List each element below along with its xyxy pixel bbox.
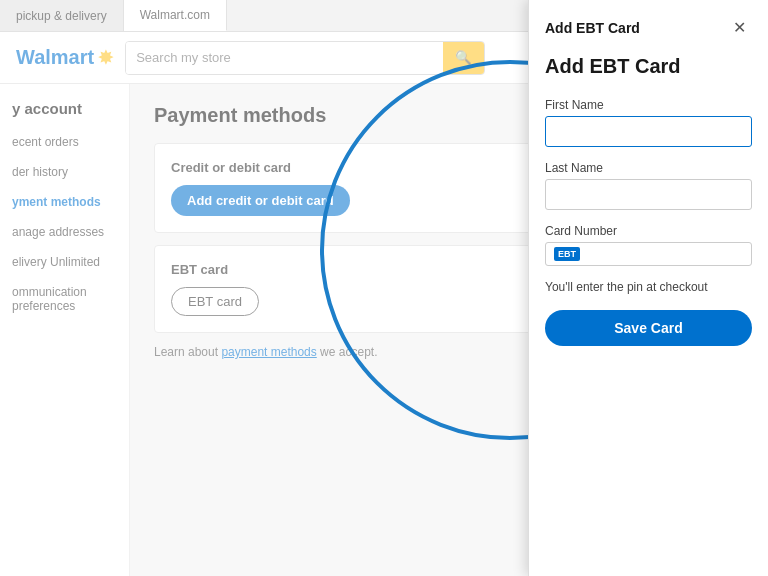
save-card-button[interactable]: Save Card <box>545 310 752 346</box>
last-name-input[interactable] <box>545 179 752 210</box>
ebt-badge: EBT <box>554 247 580 261</box>
card-number-label: Card Number <box>545 224 752 238</box>
close-modal-button[interactable]: ✕ <box>727 16 752 39</box>
card-number-wrapper: EBT <box>545 242 752 266</box>
modal-header: Add EBT Card ✕ <box>545 16 752 39</box>
card-number-group: Card Number EBT <box>545 224 752 266</box>
add-ebt-modal: Add EBT Card ✕ Add EBT Card First Name L… <box>528 0 768 576</box>
last-name-group: Last Name <box>545 161 752 210</box>
last-name-label: Last Name <box>545 161 752 175</box>
first-name-label: First Name <box>545 98 752 112</box>
modal-main-title: Add EBT Card <box>545 55 752 78</box>
first-name-input[interactable] <box>545 116 752 147</box>
first-name-group: First Name <box>545 98 752 147</box>
pin-notice: You'll enter the pin at checkout <box>545 280 752 294</box>
modal-header-title: Add EBT Card <box>545 20 640 36</box>
